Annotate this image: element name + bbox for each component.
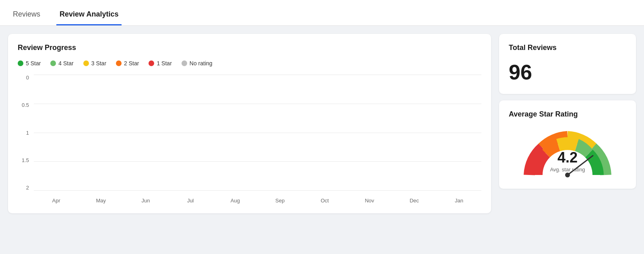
y-label-2: 2 bbox=[26, 185, 29, 191]
x-axis: Apr May Jun Jul Aug Sep Oct Nov Dec Jan bbox=[34, 191, 481, 204]
legend-dot-4star bbox=[50, 60, 56, 66]
y-axis: 2 1.5 1 0.5 0 bbox=[18, 75, 34, 204]
total-reviews-count: 96 bbox=[509, 60, 626, 84]
tab-bar: Reviews Review Analytics bbox=[0, 0, 644, 26]
legend-dot-2star bbox=[116, 60, 122, 66]
tab-review-analytics[interactable]: Review Analytics bbox=[56, 10, 122, 25]
gauge-svg-wrapper: 4.2 Avg. star rating bbox=[519, 127, 616, 179]
legend-label-5star: 5 Star bbox=[26, 60, 41, 67]
chart-inner: Apr May Jun Jul Aug Sep Oct Nov Dec Jan bbox=[34, 75, 481, 204]
legend-2star: 2 Star bbox=[116, 60, 139, 67]
gauge-container: 4.2 Avg. star rating bbox=[509, 127, 626, 179]
legend-dot-norating bbox=[182, 60, 187, 66]
legend-norating: No rating bbox=[182, 60, 213, 67]
total-reviews-title: Total Reviews bbox=[509, 44, 626, 52]
x-label-apr: Apr bbox=[34, 198, 78, 204]
legend-dot-3star bbox=[83, 60, 89, 66]
legend-label-4star: 4 Star bbox=[58, 60, 73, 67]
legend-dot-1star bbox=[149, 60, 154, 66]
y-label-0-5: 0.5 bbox=[22, 102, 29, 108]
legend-label-2star: 2 Star bbox=[124, 60, 139, 67]
tab-reviews[interactable]: Reviews bbox=[10, 10, 43, 25]
legend-5star: 5 Star bbox=[18, 60, 41, 67]
avg-star-rating-card: Average Star Rating bbox=[499, 100, 636, 189]
total-reviews-card: Total Reviews 96 bbox=[499, 34, 636, 94]
legend-label-3star: 3 Star bbox=[91, 60, 106, 67]
main-content: Review Progress 5 Star 4 Star 3 Star 2 S… bbox=[0, 26, 644, 221]
x-label-oct: Oct bbox=[302, 198, 347, 204]
gauge-value: 4.2 Avg. star rating bbox=[550, 150, 585, 173]
gauge-number: 4.2 bbox=[550, 150, 585, 165]
legend-label-norating: No rating bbox=[190, 60, 213, 67]
x-label-nov: Nov bbox=[347, 198, 392, 204]
legend-4star: 4 Star bbox=[50, 60, 73, 67]
legend-1star: 1 Star bbox=[149, 60, 171, 67]
right-panel: Total Reviews 96 Average Star Rating bbox=[499, 34, 636, 213]
y-label-1-5: 1.5 bbox=[22, 157, 29, 163]
review-progress-title: Review Progress bbox=[18, 44, 481, 52]
x-label-jan: Jan bbox=[437, 198, 481, 204]
chart-legend: 5 Star 4 Star 3 Star 2 Star 1 Star No ra… bbox=[18, 60, 481, 67]
y-label-1: 1 bbox=[26, 130, 29, 136]
x-label-sep: Sep bbox=[258, 198, 302, 204]
y-label-0: 0 bbox=[26, 75, 29, 81]
bar-chart: 2 1.5 1 0.5 0 bbox=[18, 75, 481, 204]
x-label-may: May bbox=[78, 198, 123, 204]
gauge-subtitle: Avg. star rating bbox=[550, 167, 585, 173]
legend-dot-5star bbox=[18, 60, 23, 66]
legend-label-1star: 1 Star bbox=[157, 60, 171, 67]
review-progress-card: Review Progress 5 Star 4 Star 3 Star 2 S… bbox=[8, 34, 491, 213]
x-label-jul: Jul bbox=[168, 198, 213, 204]
svg-point-3 bbox=[565, 173, 570, 177]
x-label-aug: Aug bbox=[213, 198, 258, 204]
x-label-jun: Jun bbox=[123, 198, 168, 204]
x-label-dec: Dec bbox=[392, 198, 437, 204]
legend-3star: 3 Star bbox=[83, 60, 106, 67]
avg-star-rating-title: Average Star Rating bbox=[509, 110, 626, 119]
bars-container bbox=[34, 75, 481, 191]
